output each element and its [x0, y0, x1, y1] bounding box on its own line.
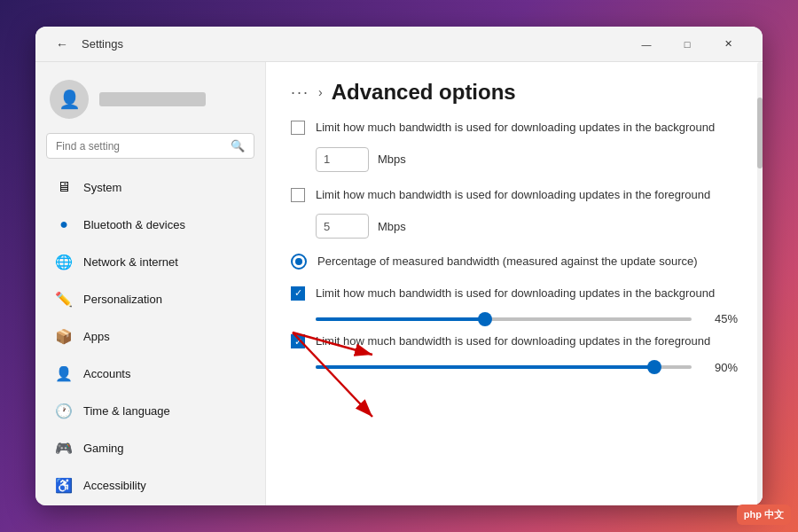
- sidebar-item-label: Accounts: [83, 367, 130, 380]
- sidebar-item-label: Network & internet: [83, 255, 178, 269]
- bg-limit-checkbox-checked[interactable]: [291, 286, 305, 301]
- back-button[interactable]: ←: [50, 32, 74, 57]
- bluetooth-icon: ●: [55, 215, 73, 233]
- sidebar-item-bluetooth[interactable]: ● Bluetooth & devices: [41, 207, 260, 242]
- percentage-radio[interactable]: [291, 254, 307, 270]
- fg-limit-checkbox-unchecked[interactable]: [291, 188, 305, 202]
- minimize-button[interactable]: —: [626, 30, 667, 59]
- sidebar-item-gaming[interactable]: 🎮 Gaming: [41, 430, 260, 466]
- scrollbar-track[interactable]: [757, 62, 763, 505]
- bg-limit-row-unchecked: Limit how much bandwidth is used for dow…: [291, 119, 738, 137]
- sidebar-item-label: System: [83, 181, 121, 194]
- bg-limit-checkbox-unchecked[interactable]: [291, 121, 305, 135]
- fg-mbps-input[interactable]: [316, 214, 369, 239]
- content-area: 👤 🔍 🖥 System ● Bluetooth & devices 🌐 Net…: [35, 62, 763, 505]
- scrollbar-thumb[interactable]: [757, 98, 763, 168]
- bg-mbps-input[interactable]: [316, 147, 369, 172]
- search-icon: 🔍: [231, 139, 245, 153]
- accessibility-icon: ♿: [55, 476, 73, 494]
- network-icon: 🌐: [55, 253, 73, 270]
- bg-limit-row-checked: Limit how much bandwidth is used for dow…: [291, 285, 738, 302]
- search-input[interactable]: [56, 140, 223, 153]
- fg-mbps-row: Mbps: [316, 214, 738, 239]
- breadcrumb-arrow: ›: [318, 85, 323, 99]
- main-wrapper: ··· › Advanced options Limit how much ba…: [266, 62, 763, 505]
- apps-icon: 📦: [55, 327, 73, 345]
- sidebar-item-system[interactable]: 🖥 System: [41, 169, 260, 205]
- bg-slider-pct: 45%: [702, 312, 738, 325]
- radio-row: Percentage of measured bandwidth (measur…: [291, 253, 738, 270]
- sidebar-item-accessibility[interactable]: ♿ Accessibility: [41, 467, 260, 503]
- user-name: [99, 92, 206, 106]
- sidebar-item-label: Time & language: [83, 404, 170, 418]
- bg-slider-fill: [316, 317, 485, 321]
- fg-limit-checkbox-checked[interactable]: [291, 334, 305, 348]
- bg-slider-row: 45%: [316, 312, 738, 325]
- sidebar-item-personalization[interactable]: ✏️ Personalization: [41, 281, 260, 317]
- fg-slider-track[interactable]: [316, 365, 692, 369]
- radio-label: Percentage of measured bandwidth (measur…: [317, 253, 738, 270]
- sidebar-item-label: Bluetooth & devices: [83, 218, 185, 231]
- fg-limit-row-unchecked: Limit how much bandwidth is used for dow…: [291, 186, 738, 204]
- sidebar-item-label: Personalization: [83, 293, 162, 306]
- fg-limit-row-checked: Limit how much bandwidth is used for dow…: [291, 332, 738, 350]
- fg-slider-fill: [316, 365, 654, 369]
- bg-limit-label-unchecked: Limit how much bandwidth is used for dow…: [316, 119, 738, 137]
- sidebar-item-apps[interactable]: 📦 Apps: [41, 318, 260, 354]
- sidebar-item-time[interactable]: 🕐 Time & language: [41, 393, 260, 428]
- window-controls: — □ ✕: [626, 30, 748, 59]
- fg-slider-section: 90%: [316, 361, 738, 374]
- page-header: ··· › Advanced options: [266, 62, 763, 119]
- maximize-button[interactable]: □: [667, 30, 708, 59]
- sidebar: 👤 🔍 🖥 System ● Bluetooth & devices 🌐 Net…: [35, 62, 266, 505]
- settings-content: Limit how much bandwidth is used for dow…: [266, 119, 763, 399]
- close-button[interactable]: ✕: [708, 30, 748, 59]
- sidebar-item-label: Apps: [83, 330, 110, 343]
- settings-window: ← Settings — □ ✕ 👤 🔍 🖥 System ●: [35, 27, 763, 505]
- fg-mbps-label: Mbps: [378, 220, 406, 233]
- accounts-icon: 👤: [55, 364, 73, 382]
- fg-slider-thumb[interactable]: [647, 360, 661, 374]
- bg-slider-track[interactable]: [316, 317, 692, 321]
- fg-limit-label-unchecked: Limit how much bandwidth is used for dow…: [316, 186, 738, 204]
- bg-mbps-row: Mbps: [316, 147, 738, 172]
- avatar: 👤: [50, 80, 89, 119]
- page-title: Advanced options: [332, 80, 516, 105]
- search-bar[interactable]: 🔍: [46, 133, 254, 159]
- bg-slider-thumb[interactable]: [478, 312, 492, 326]
- sidebar-item-accounts[interactable]: 👤 Accounts: [41, 356, 260, 391]
- personalization-icon: ✏️: [55, 290, 73, 308]
- bg-slider-section: 45%: [316, 312, 738, 325]
- main-content-area: ··· › Advanced options Limit how much ba…: [266, 62, 763, 505]
- bg-mbps-label: Mbps: [378, 153, 406, 166]
- bg-limit-label-checked: Limit how much bandwidth is used for dow…: [316, 285, 738, 302]
- sidebar-item-network[interactable]: 🌐 Network & internet: [41, 244, 260, 279]
- breadcrumb-dots: ···: [291, 83, 309, 102]
- time-icon: 🕐: [55, 402, 73, 419]
- window-title: Settings: [82, 37, 123, 51]
- fg-limit-label-checked: Limit how much bandwidth is used for dow…: [316, 332, 738, 350]
- php-badge: php 中文: [737, 505, 791, 525]
- user-section: 👤: [35, 69, 265, 133]
- system-icon: 🖥: [55, 178, 73, 196]
- sidebar-item-label: Accessibility: [83, 479, 146, 492]
- fg-slider-pct: 90%: [702, 361, 738, 374]
- sidebar-item-label: Gaming: [83, 442, 124, 455]
- title-bar: ← Settings — □ ✕: [35, 27, 763, 62]
- fg-slider-row: 90%: [316, 361, 738, 374]
- gaming-icon: 🎮: [55, 439, 73, 457]
